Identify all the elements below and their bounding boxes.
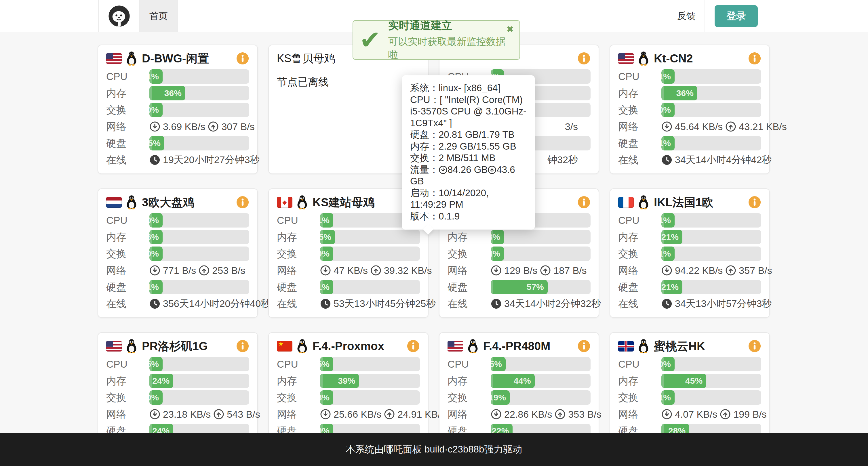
disk-percent: 11% xyxy=(661,138,675,148)
clock-icon xyxy=(661,155,672,165)
download-arrow-icon xyxy=(661,121,672,132)
download-arrow-icon xyxy=(439,165,447,174)
clock-icon xyxy=(661,298,672,309)
stat-row-uptime: 在线 356天14小时20分钟40秒 xyxy=(106,297,249,311)
tooltip-row-label: 系统 xyxy=(410,82,429,93)
disk-bar: 1% xyxy=(149,280,249,294)
cpu-percent: 5% xyxy=(149,359,163,369)
disk-label: 硬盘 xyxy=(618,280,661,294)
tooltip-traffic-down: 84.26 GB xyxy=(447,164,488,175)
info-icon[interactable] xyxy=(748,339,761,353)
footer-nezha-link[interactable]: 哪吒面板 build·c23b88b xyxy=(384,443,484,456)
avatar-cat-icon xyxy=(107,5,131,28)
network-values: 22.86 KB/s 353 B/s xyxy=(491,409,601,420)
cpu-bar: 15% xyxy=(491,357,591,371)
cpu-bar: 5% xyxy=(320,357,420,371)
close-icon[interactable]: ✖ xyxy=(506,24,514,34)
tooltip-row: 启动：10/14/2020, 11:49:29 PM xyxy=(410,187,527,210)
network-down-value: 25.66 KB/s xyxy=(334,409,381,420)
info-icon[interactable] xyxy=(577,52,591,65)
memory-percent: 24% xyxy=(152,376,173,386)
swap-percent: 0% xyxy=(661,105,675,115)
flag-cn-icon xyxy=(277,341,292,352)
swap-label: 交换 xyxy=(618,391,661,404)
info-icon[interactable] xyxy=(407,339,420,353)
swap-label: 交换 xyxy=(447,391,491,404)
upload-arrow-icon xyxy=(488,165,496,174)
footer-suffix: 强力驱动 xyxy=(484,443,522,456)
memory-label: 内存 xyxy=(106,87,149,100)
tab-home-label: 首页 xyxy=(149,10,168,23)
stat-row-disk: 硬盘 15% xyxy=(106,136,249,151)
toast-text: 实时通道建立 可以实时获取最新监控数据啦 xyxy=(388,19,513,62)
server-name: F.4.-Proxmox xyxy=(313,340,384,353)
info-icon[interactable] xyxy=(236,196,249,209)
disk-bar: 11% xyxy=(661,136,761,151)
cpu-label: CPU xyxy=(106,214,149,226)
info-icon[interactable] xyxy=(236,52,249,65)
network-up-value: 24.91 KB/s xyxy=(398,409,445,420)
toast-title: 实时通道建立 xyxy=(388,19,513,33)
tooltip-row-value: 0.1.9 xyxy=(439,211,460,222)
clock-icon xyxy=(491,298,502,309)
offline-message: 节点已离线 xyxy=(277,75,420,89)
memory-bar: 45% xyxy=(661,374,761,388)
swap-percent: 1% xyxy=(661,249,675,259)
server-name: F.4.-PR480M xyxy=(483,340,550,353)
disk-label: 硬盘 xyxy=(106,280,149,294)
network-down-value: 47 KB/s xyxy=(334,265,368,276)
memory-percent: 45% xyxy=(685,376,706,386)
stat-row-swap: 交换 1% xyxy=(618,246,761,261)
server-name: D-BWG-闲置 xyxy=(142,51,209,66)
upload-arrow-icon xyxy=(725,121,736,132)
tooltip-row: 交换：2 MB/511 MB xyxy=(410,152,527,164)
clock-icon xyxy=(320,298,331,309)
memory-label: 内存 xyxy=(106,230,149,244)
stat-row-memory: 内存 24% xyxy=(106,374,249,388)
memory-percent: 36% xyxy=(164,88,185,98)
uptime-label: 在线 xyxy=(447,297,491,311)
network-label: 网络 xyxy=(447,264,491,277)
site-logo[interactable] xyxy=(98,0,140,32)
swap-bar: 0% xyxy=(661,103,761,117)
server-card: IKL法国1欧 CPU 1% 内存 21% 交换 1% 网络 94.22 KB/… xyxy=(610,189,770,318)
info-icon[interactable] xyxy=(748,196,761,209)
stat-row-memory: 内存 45% xyxy=(618,374,761,388)
feedback-link[interactable]: 反馈 xyxy=(668,0,705,32)
server-card-header: F.4.-Proxmox xyxy=(277,339,420,353)
stat-row-cpu: CPU 1% xyxy=(106,69,249,84)
network-values: 23.18 KB/s 543 B/s xyxy=(149,409,260,420)
cpu-label: CPU xyxy=(106,71,149,82)
server-stats: CPU 1% 内存 21% 交换 1% 网络 94.22 KB/s 357 B/… xyxy=(618,213,761,311)
cpu-label: CPU xyxy=(277,214,320,226)
tooltip-row-value: linux- [x86_64] xyxy=(439,82,500,93)
stat-row-network: 网络 4.07 KB/s 199 B/s xyxy=(618,407,761,422)
stat-row-cpu: CPU 15% xyxy=(447,357,591,371)
stat-row-memory: 内存 15% xyxy=(277,230,420,244)
login-button[interactable]: 登录 xyxy=(715,5,758,27)
network-up-value: 353 B/s xyxy=(568,409,601,420)
download-arrow-icon xyxy=(320,409,331,420)
info-icon[interactable] xyxy=(748,52,761,65)
disk-bar: 15% xyxy=(149,136,249,151)
disk-percent: 57% xyxy=(527,282,548,292)
stat-row-swap: 交换 1% xyxy=(618,390,761,405)
network-up-value: 253 B/s xyxy=(212,265,245,276)
server-name: Kt-CN2 xyxy=(654,52,693,65)
swap-bar: 1% xyxy=(661,246,761,261)
info-icon[interactable] xyxy=(577,196,591,209)
disk-percent: 15% xyxy=(149,138,164,148)
swap-bar: 0% xyxy=(149,103,249,117)
download-arrow-icon xyxy=(149,409,160,420)
upload-arrow-icon xyxy=(540,265,551,276)
stat-row-disk: 硬盘 57% xyxy=(447,280,591,294)
info-icon[interactable] xyxy=(577,339,591,353)
info-icon[interactable] xyxy=(236,339,249,353)
stat-row-memory: 内存 44% xyxy=(447,374,591,388)
stat-row-cpu: CPU 0% xyxy=(618,357,761,371)
server-name: PR洛杉矶1G xyxy=(142,338,208,354)
tab-home[interactable]: 首页 xyxy=(140,0,178,32)
network-down-value: 3.69 KB/s xyxy=(163,121,205,132)
network-values: 4.07 KB/s 199 B/s xyxy=(661,409,767,420)
footer: 本系统由 哪吒面板 build·c23b88b 强力驱动 xyxy=(0,433,868,466)
